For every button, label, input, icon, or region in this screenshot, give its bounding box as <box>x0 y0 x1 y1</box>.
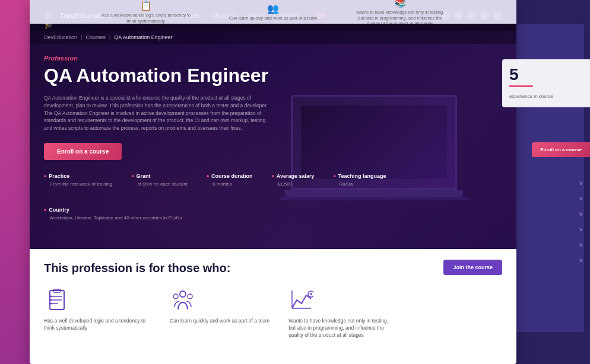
sidebar-enroll-button[interactable]: Enroll on a course <box>532 142 590 157</box>
stat-country: Country Azerbaijan, Ukraine, Tajikistan … <box>44 206 182 221</box>
stat-value-practice: From the first week of training <box>44 181 112 187</box>
stat-label-country: Country <box>44 206 182 214</box>
chevrons-list: ∨ ∨ ∨ ∨ ∨ ∨ <box>573 178 588 264</box>
svg-point-8 <box>180 291 186 297</box>
stats-row: Practice From the first week of training… <box>30 160 516 221</box>
stat-value-grant: of $5% for each student <box>131 181 188 187</box>
stat-practice: Practice From the first week of training <box>44 172 112 187</box>
chevron-4[interactable]: ∨ <box>573 224 588 234</box>
stat-label-language: Teaching language <box>334 172 386 180</box>
card-icon-logic <box>44 287 70 313</box>
stat-value-duration: 6 months <box>207 181 253 187</box>
breadcrumb-courses[interactable]: Courses <box>85 34 106 40</box>
card-logic: Has a well-developed logic and a tendenc… <box>44 287 151 339</box>
chevron-3[interactable]: ∨ <box>573 209 588 218</box>
breadcrumb-current: QA Automation Engineer <box>114 34 173 40</box>
card-team: Can learn quickly and work as part of a … <box>170 287 269 339</box>
top-strip: 📋 Has a well-developed logic and a tende… <box>30 0 516 24</box>
strip-icon-1: 📋 <box>140 0 152 11</box>
breadcrumb: DevEducation | Courses | QA Automation E… <box>30 31 516 44</box>
card-text-team: Can learn quickly and work as part of a … <box>170 318 269 325</box>
stat-value-country: Azerbaijan, Ukraine, Tajikistan and 40 o… <box>44 215 182 221</box>
stat-label-practice: Practice <box>44 172 112 180</box>
stat-label-grant: Grant <box>131 172 188 180</box>
strip-item-1: 📋 Has a well-developed logic and a tende… <box>99 0 194 24</box>
counter-bar <box>509 85 533 87</box>
sidebar-counter: 5 experience in course <box>502 59 590 107</box>
stat-language: Teaching language Ru/Ua <box>334 172 386 187</box>
cards-row: Has a well-developed logic and a tendenc… <box>44 287 502 339</box>
clipboard-list-icon <box>45 288 69 312</box>
strip-text-3: Wants to have knowledge not only in test… <box>353 9 448 24</box>
stat-value-language: Ru/Ua <box>334 181 386 187</box>
hero-title: QA Automation Engineer <box>44 65 293 86</box>
card-text-logic: Has a well-developed logic and a tendenc… <box>44 318 151 332</box>
svg-point-5 <box>50 296 52 298</box>
stat-grant: Grant of $5% for each student <box>131 172 188 187</box>
card-icon-team <box>170 287 196 313</box>
mountain-chart-icon <box>290 288 313 312</box>
chevron-6[interactable]: ∨ <box>573 255 588 264</box>
breadcrumb-sep-1: | <box>81 34 82 40</box>
stat-duration: Course duration 6 months <box>207 172 253 187</box>
strip-item-3: 📚 Wants to have knowledge not only in te… <box>353 0 448 24</box>
strip-text-2: Can learn quickly and work as part of a … <box>229 15 317 21</box>
hero-description: QA Automation Engineer is a specialist w… <box>44 94 269 132</box>
stat-salary: Average salary $1,500 <box>272 172 315 187</box>
strip-text-1: Has a well-developed logic and a tendenc… <box>99 12 194 24</box>
profession-label: Profession <box>44 55 502 62</box>
breadcrumb-home[interactable]: DevEducation <box>44 34 77 40</box>
svg-point-9 <box>173 294 178 299</box>
chevron-5[interactable]: ∨ <box>573 240 588 249</box>
breadcrumb-sep-2: | <box>109 34 110 40</box>
hero-section: 🎓 DevEducation Courses Graduates About u… <box>30 0 516 249</box>
strip-icon-2: 👥 <box>267 3 279 14</box>
section-title: This profession is for those who: <box>44 261 305 275</box>
white-section: Join the course This profession is for t… <box>30 249 516 364</box>
join-course-button[interactable]: Join the course <box>443 260 502 275</box>
stat-label-duration: Course duration <box>207 172 253 180</box>
enroll-button[interactable]: Enroll on a course <box>44 143 122 160</box>
stat-label-salary: Average salary <box>272 172 315 180</box>
main-wrapper: 🎓 DevEducation Courses Graduates About u… <box>30 0 516 364</box>
svg-point-6 <box>50 299 52 301</box>
strip-item-2: 👥 Can learn quickly and work as part of … <box>229 3 317 21</box>
card-icon-knowledge <box>288 287 315 313</box>
card-text-knowledge: Wants to have knowledge not only in test… <box>288 318 395 339</box>
counter-number: 5 <box>509 65 519 84</box>
counter-text: experience in course <box>509 94 553 99</box>
chevron-1[interactable]: ∨ <box>573 178 588 187</box>
card-knowledge: Wants to have knowledge not only in test… <box>288 287 395 339</box>
chevron-2[interactable]: ∨ <box>573 193 588 203</box>
svg-point-10 <box>188 294 192 299</box>
stat-value-salary: $1,500 <box>272 181 315 187</box>
hero-content: Profession QA Automation Engineer QA Aut… <box>30 44 516 160</box>
people-group-icon <box>171 288 195 312</box>
svg-point-7 <box>50 303 52 305</box>
strip-icon-3: 📚 <box>394 0 406 8</box>
